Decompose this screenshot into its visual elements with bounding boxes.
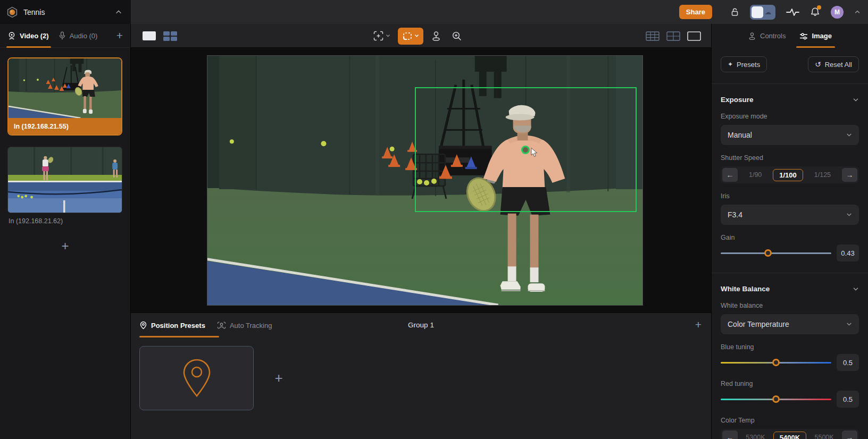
add-group-button[interactable]: + [695,318,702,331]
thumbnail-1-preview [9,58,121,118]
white-balance-section-title: White Balance [721,285,770,293]
tab-image-label: Image [812,32,832,40]
presets-panel: Position Presets Auto Tracking Group 1 +… [131,313,711,439]
single-view-button[interactable] [143,31,156,40]
notification-dot [817,5,821,10]
stage-toolbar [131,24,711,48]
video-tab-underline [6,46,51,48]
selection-box-icon [402,31,413,41]
cloud-sync-toggle[interactable]: ☁ [750,5,775,20]
add-source-button[interactable]: + [116,29,123,42]
source-label-2: In (192.168.21.62) [9,217,122,225]
frame-target-button[interactable] [370,28,393,44]
chevron-down-icon [414,34,419,38]
grid-off-overlay-button[interactable] [687,31,701,41]
image-sliders-icon [799,32,808,40]
tab-controls[interactable]: Controls [748,24,786,48]
add-preset-button[interactable]: + [263,346,295,410]
notifications-button[interactable] [810,7,820,17]
video-preview[interactable] [207,55,643,306]
controls-joystick-icon [748,32,756,40]
blue-tuning-handle[interactable] [772,359,780,366]
preset-placeholder-card[interactable] [139,346,254,410]
image-tab-underline [796,46,835,48]
chevron-down-icon [846,322,852,326]
white-balance-select[interactable]: Color Temperature [721,314,859,334]
chevron-down-icon [853,287,859,291]
settings-tabs: Controls Image [712,24,868,48]
shutter-next-value[interactable]: 1/125 [814,171,831,179]
source-label-1: In (192.168.21.55) [9,118,121,134]
tab-position-presets[interactable]: Position Presets [139,321,205,330]
user-menu-chevron-icon[interactable] [854,9,861,15]
shutter-prev-button[interactable]: ← [722,168,738,182]
tab-audio-label: Audio (0) [70,32,98,40]
red-tuning-slider[interactable] [721,391,831,408]
exposure-mode-value: Manual [728,131,752,139]
webcam-icon [7,31,16,40]
divider [712,83,868,84]
position-presets-underline [139,336,219,337]
tab-video-label: Video (2) [20,32,49,40]
color-temp-prev-button[interactable]: ← [722,430,738,439]
red-tuning-label: Red tuning [721,380,859,387]
exposure-mode-select[interactable]: Manual [721,125,859,145]
presets-button-label: Presets [737,61,760,69]
color-temp-stepper: ← 5300K 5400K 5500K → [721,429,859,439]
joystick-icon [431,31,441,41]
tab-position-presets-label: Position Presets [151,322,205,330]
reset-all-button[interactable]: ↺ Reset All [808,56,859,72]
tab-video[interactable]: Video (2) [7,31,49,40]
shutter-current-value[interactable]: 1/100 [773,169,803,181]
video-source-thumbnail-1[interactable]: In (192.168.21.55) [7,57,122,136]
grid-3x3-overlay-button[interactable] [646,31,660,41]
main-area: Position Presets Auto Tracking Group 1 +… [131,24,711,439]
joystick-control-button[interactable] [428,28,444,44]
tab-audio[interactable]: Audio (0) [59,31,98,40]
top-bar: Tennis Share ☁ M [0,0,868,24]
app-logo-icon [6,6,18,18]
color-temp-next-button[interactable]: → [842,430,857,439]
reset-all-button-label: Reset All [825,61,852,69]
iris-value: F3.4 [728,210,742,219]
quad-view-button[interactable] [163,31,177,41]
blue-tuning-slider[interactable] [721,354,831,371]
color-temp-next-value[interactable]: 5500K [815,434,834,439]
divider [712,273,868,273]
grid-2x2-overlay-button[interactable] [666,31,680,41]
tracking-target[interactable] [521,146,530,154]
color-temp-current-value[interactable]: 5400K [773,432,806,439]
microphone-icon [59,31,66,40]
color-temp-prev-value[interactable]: 5300K [746,434,765,439]
frame-target-icon [373,30,384,41]
gain-value: 0.43 [837,244,859,261]
iris-label: Iris [721,192,859,200]
gain-slider-handle[interactable] [764,249,772,257]
activity-icon[interactable] [786,8,799,16]
red-tuning-handle[interactable] [772,395,780,403]
presets-button[interactable]: ✦ Presets [721,56,767,72]
add-video-button[interactable]: + [7,239,123,254]
white-balance-section-header[interactable]: White Balance [721,285,859,293]
exposure-section-header[interactable]: Exposure [721,96,859,104]
collapse-project-chevron-icon[interactable] [115,9,122,15]
iris-select[interactable]: F3.4 [721,205,859,225]
blue-tuning-label: Blue tuning [721,343,859,351]
gain-slider[interactable] [721,244,831,261]
zoom-in-button[interactable] [449,28,465,44]
shutter-prev-value[interactable]: 1/90 [749,171,762,179]
camera-settings-panel: Controls Image ✦ Presets ↺ Reset All [711,24,868,439]
unlock-icon[interactable] [730,7,739,16]
exposure-section-title: Exposure [721,96,754,104]
tab-image[interactable]: Image [799,24,832,48]
selection-tool-button[interactable] [398,28,423,45]
image-settings: ✦ Presets ↺ Reset All Exposure Exposure … [712,48,868,439]
user-avatar[interactable]: M [831,6,844,19]
chevron-down-icon [846,213,852,217]
share-button[interactable]: Share [679,5,712,19]
shutter-next-button[interactable]: → [842,168,857,182]
video-stage [131,48,711,313]
video-source-thumbnail-2[interactable] [7,147,122,213]
tab-auto-tracking[interactable]: Auto Tracking [217,322,272,330]
source-tabs: Video (2) Audio (0) + [0,24,130,48]
